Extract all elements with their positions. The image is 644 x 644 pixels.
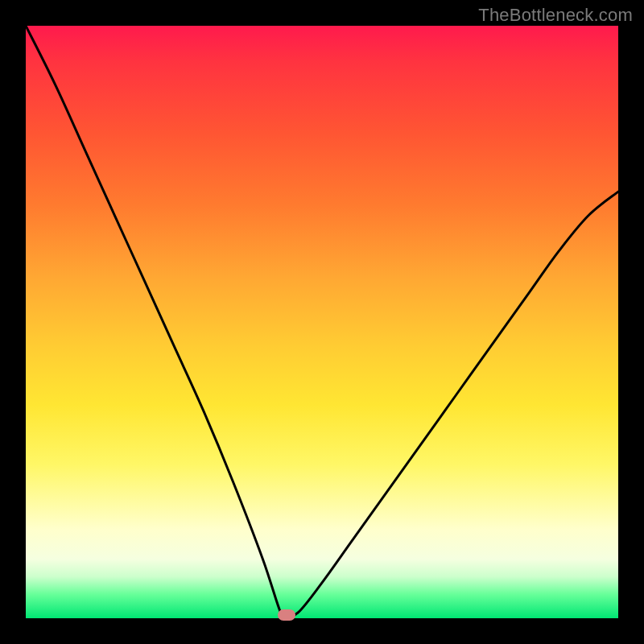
watermark-text: TheBottleneck.com	[478, 5, 633, 26]
plot-area	[26, 26, 618, 618]
bottleneck-curve	[26, 26, 618, 618]
optimum-marker	[278, 609, 295, 621]
chart-frame: TheBottleneck.com	[0, 0, 644, 644]
